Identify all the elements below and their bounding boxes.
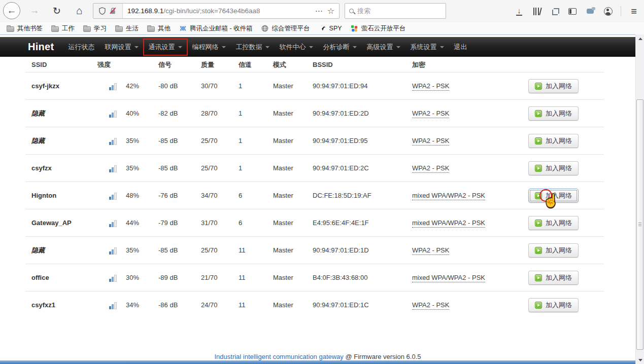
signal-strength-icon <box>97 219 123 227</box>
encryption-value: WPA2 - PSK <box>412 246 449 255</box>
bssid-value: DC:FE:18:5D:19:AF <box>313 192 412 199</box>
chevron-down-icon <box>440 46 444 48</box>
join-network-icon <box>535 274 542 281</box>
signal-strength-icon <box>97 82 123 90</box>
sidebar-button[interactable] <box>567 6 578 16</box>
channel-value: 1 <box>239 137 273 144</box>
nav-item[interactable]: 高级设置 <box>362 39 405 55</box>
join-network-button[interactable]: 加入网络 <box>528 79 579 93</box>
join-network-button[interactable]: 加入网络 <box>528 189 579 203</box>
back-button[interactable]: ← <box>3 2 20 19</box>
join-network-button[interactable]: 加入网络 <box>528 134 579 148</box>
globe-icon <box>261 25 268 32</box>
bookmark-item[interactable]: 其他书签 <box>2 23 47 34</box>
strength-percent: 35% <box>123 164 158 172</box>
bookmark-item[interactable]: 其他 <box>143 23 175 34</box>
url-text[interactable]: 192.168.9.1/cgi-bin/luci/;stok=7643e4b6a… <box>123 7 311 15</box>
home-button[interactable]: ⌂ <box>71 3 87 19</box>
signal-strength-icon <box>97 246 123 254</box>
chevron-down-icon <box>309 46 313 48</box>
folder-icon <box>147 26 155 32</box>
vertical-scrollbar[interactable] <box>635 34 644 364</box>
quality-value: 31/70 <box>201 219 239 227</box>
join-network-button[interactable]: 加入网络 <box>528 216 579 230</box>
wifi-scan-table: SSID 强度 信号 质量 信道 模式 BSSID 加密 csyf-jkzx 4… <box>25 57 604 318</box>
forward-button[interactable]: → <box>26 3 43 19</box>
signal-strength-icon <box>97 192 123 200</box>
messages-button[interactable] <box>585 6 595 16</box>
nav-item[interactable]: 通讯设置 <box>144 39 187 55</box>
header-mode: 模式 <box>273 60 313 69</box>
strength-percent: 42% <box>123 82 158 90</box>
chevron-down-icon <box>396 46 400 48</box>
encryption-value: mixed WPA/WPA2 - PSK <box>412 219 485 228</box>
nav-item[interactable]: 分析诊断 <box>318 39 362 55</box>
mode-value: Master <box>273 110 313 117</box>
color-grid-icon <box>351 25 358 32</box>
bookmark-item[interactable]: 腾讯企业邮箱 - 收件箱 <box>175 23 257 34</box>
search-input[interactable] <box>357 7 433 15</box>
quality-value: 30/70 <box>201 82 239 90</box>
ssid-label: office <box>25 274 97 281</box>
menu-button[interactable]: ≡ <box>629 6 639 16</box>
folder-icon <box>51 26 59 32</box>
bookmark-item[interactable]: 生活 <box>111 23 143 34</box>
signal-db: -85 dB <box>158 246 201 254</box>
channel-value: 1 <box>239 164 273 172</box>
join-network-icon <box>535 302 542 309</box>
page-actions-icon[interactable]: ⋯ <box>315 7 323 16</box>
brand-logo[interactable]: Hinet <box>28 41 54 53</box>
bookmark-item[interactable]: SPY <box>314 23 346 34</box>
signal-db: -76 dB <box>158 192 201 199</box>
bookmark-item[interactable]: 萤石云开放平台 <box>346 23 410 34</box>
site-identity-box[interactable] <box>93 4 123 18</box>
folder-icon <box>83 26 91 32</box>
scroll-down-button[interactable] <box>636 356 644 364</box>
gateway-link[interactable]: Industrial intelligent communication gat… <box>214 353 343 360</box>
nav-item[interactable]: 联网设置 <box>100 39 144 55</box>
bookmark-item[interactable]: 综合管理平台 <box>257 23 314 34</box>
url-bar[interactable]: 192.168.9.1/cgi-bin/luci/;stok=7643e4b6a… <box>93 3 340 19</box>
screenshot-button[interactable] <box>550 6 560 16</box>
quality-value: 21/70 <box>201 274 239 281</box>
nav-item[interactable]: 系统设置 <box>405 39 449 55</box>
bssid-value: E4:95:6E:4F:4E:1F <box>313 219 412 227</box>
bssid-value: 90:94:97:01:ED:95 <box>313 137 412 144</box>
bookmark-item[interactable]: 学习 <box>79 23 111 34</box>
join-network-button[interactable]: 加入网络 <box>528 298 579 312</box>
join-network-button[interactable]: 加入网络 <box>528 243 579 258</box>
join-network-button[interactable]: 加入网络 <box>528 161 579 175</box>
bookmark-item[interactable]: 工作 <box>47 23 79 34</box>
nav-item[interactable]: 退出 <box>449 39 472 55</box>
nav-item[interactable]: 编程网络 <box>187 39 231 55</box>
nav-item[interactable]: 软件中心 <box>275 39 318 55</box>
search-bar[interactable] <box>345 3 446 19</box>
chevron-down-icon <box>178 46 182 48</box>
signal-strength-icon <box>97 110 123 118</box>
scroll-up-button[interactable] <box>636 34 644 43</box>
scroll-down-icon <box>638 359 642 361</box>
ssid-label: 隐藏 <box>25 109 97 118</box>
nav-item[interactable]: 工控数据 <box>231 39 275 55</box>
app-navbar: Hinet 运行状态 联网设置 通讯设置 编程网络 工控数据 软件中心 分析诊断… <box>0 37 635 57</box>
reload-icon: ↻ <box>53 5 61 17</box>
bookmark-star-icon[interactable]: ☆ <box>327 6 334 16</box>
ssid-label: Hignton <box>25 192 97 199</box>
hamburger-menu-icon: ≡ <box>631 6 637 17</box>
channel-value: 1 <box>239 110 273 117</box>
account-button[interactable] <box>603 6 613 16</box>
join-network-button[interactable]: 加入网络 <box>528 271 579 285</box>
library-button[interactable] <box>532 6 542 16</box>
scrollbar-thumb[interactable] <box>636 99 643 350</box>
reload-button[interactable]: ↻ <box>49 3 65 19</box>
scroll-up-icon <box>638 38 642 40</box>
nav-item[interactable]: 运行状态 <box>63 39 100 55</box>
strength-percent: 35% <box>123 246 158 254</box>
join-network-icon <box>535 165 542 172</box>
bssid-value: B4:0F:3B:43:68:00 <box>313 274 412 281</box>
join-network-button[interactable]: 加入网络 <box>528 106 579 121</box>
quality-value: 25/70 <box>201 246 239 254</box>
downloads-button[interactable]: ↓ <box>514 6 524 16</box>
signal-strength-icon <box>97 301 123 309</box>
strength-percent: 34% <box>123 301 158 309</box>
